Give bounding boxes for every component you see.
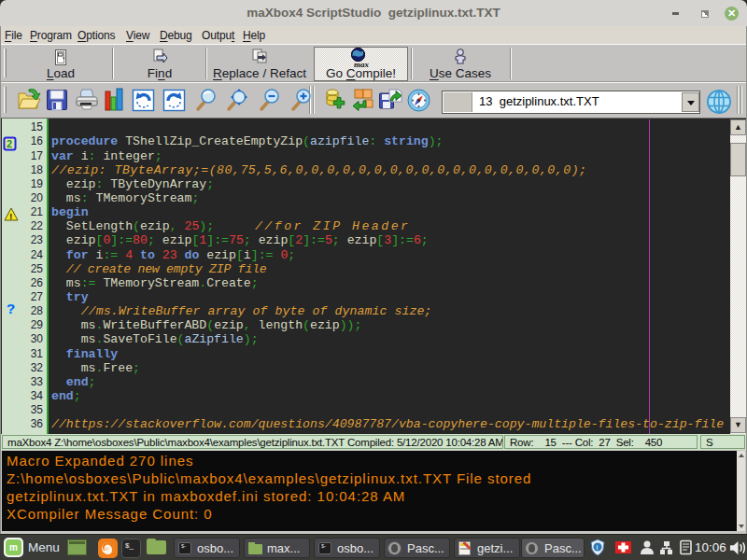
svg-text:max: max [354, 60, 370, 69]
svg-text:!: ! [9, 212, 12, 221]
svg-text:2: 2 [7, 138, 12, 149]
svg-text:i: i [597, 543, 599, 552]
svg-text:?: ? [7, 301, 15, 316]
